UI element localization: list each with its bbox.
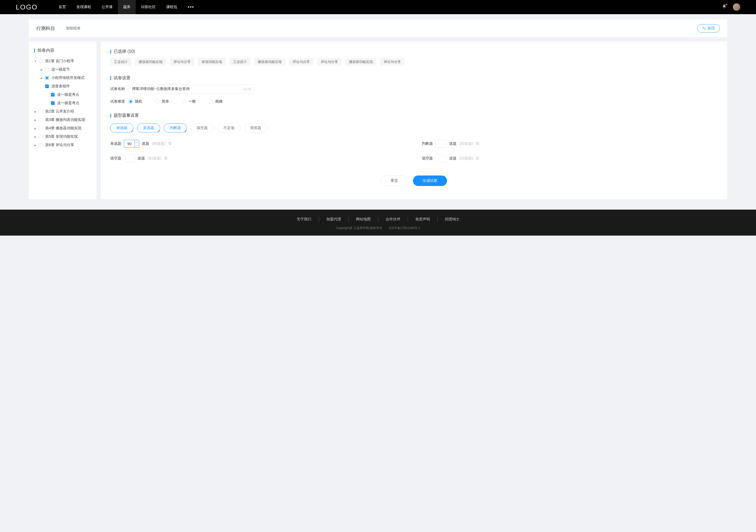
quantity-row: 判断题道题(30道题) <box>422 140 718 148</box>
section-accent <box>110 114 111 118</box>
back-button[interactable]: 返回 <box>697 24 720 33</box>
paper-name-label: 试卷名称 <box>110 87 129 91</box>
selected-tag[interactable]: 工业设计 <box>230 58 251 66</box>
types-title: 题型题量设置 <box>114 113 139 118</box>
footer-icp: 京ICP备17051340号-1 <box>389 226 420 230</box>
checkbox[interactable] <box>39 118 42 122</box>
footer-link[interactable]: 招贤纳士 <box>438 217 467 222</box>
type-pill[interactable]: 填空题 <box>191 124 214 133</box>
generate-button[interactable]: 生成试卷 <box>413 175 447 186</box>
type-pill[interactable]: 简答题 <box>244 124 267 133</box>
type-pill[interactable]: 单选题 <box>110 124 133 133</box>
qty-input[interactable] <box>436 140 446 148</box>
type-pills: 单选题多选题判断题填空题不定项简答题 <box>110 124 718 133</box>
undo-icon <box>702 27 706 30</box>
checkbox[interactable] <box>39 143 42 147</box>
tree-label: 这一级是考点 <box>57 92 79 97</box>
nav-more-icon[interactable]: ••• <box>182 5 200 10</box>
difficulty-radio-group: 随机简单一般困难 <box>129 99 223 104</box>
difficulty-radio[interactable]: 随机 <box>129 99 142 104</box>
radio-icon <box>155 99 160 104</box>
footer-link[interactable]: 免责声明 <box>408 217 438 222</box>
checkbox[interactable] <box>45 85 49 88</box>
qty-hint: (30道题) <box>459 141 473 146</box>
footer-link[interactable]: 合作伙伴 <box>378 217 408 222</box>
user-avatar[interactable] <box>733 3 740 11</box>
checkbox[interactable] <box>51 101 55 105</box>
footer-link[interactable]: 加盟代理 <box>319 217 349 222</box>
notification-bell-icon[interactable] <box>722 4 727 10</box>
radio-icon <box>209 99 213 104</box>
checkbox[interactable] <box>45 76 49 80</box>
difficulty-radio[interactable]: 一般 <box>182 99 196 104</box>
delete-icon[interactable] <box>476 156 479 161</box>
tree-node[interactable]: ▼第1章 首门小程序 <box>34 57 91 65</box>
tree-node[interactable]: ▶小程序传统开发模式 <box>34 74 91 82</box>
selected-tag[interactable]: 评论与分享 <box>289 58 313 66</box>
nav-item[interactable]: 题库 <box>118 0 136 14</box>
type-pill[interactable]: 多选题 <box>137 124 160 133</box>
checkbox[interactable] <box>45 68 49 71</box>
tree-label: 这一级是节 <box>51 67 70 72</box>
type-pill[interactable]: 不定项 <box>217 124 240 133</box>
selected-tag[interactable]: 播放器功能实现 <box>135 58 166 66</box>
section-accent <box>110 76 111 80</box>
difficulty-radio[interactable]: 困难 <box>209 99 223 104</box>
tree-node[interactable]: ▶第4章 播放器功能实现 <box>34 124 91 133</box>
tree-node[interactable]: ▶第3章 播放列表功能实现 <box>34 116 91 124</box>
checkbox[interactable] <box>39 126 42 130</box>
spinner-down-icon[interactable]: ▼ <box>135 144 139 148</box>
selected-tag[interactable]: 播放器功能实现 <box>345 58 376 66</box>
radio-label: 简单 <box>162 99 169 104</box>
delete-icon[interactable] <box>168 142 172 146</box>
quantity-row: 单选题▲▼道题(88道题) <box>110 140 406 148</box>
tree-node[interactable]: 这一级是考点 <box>34 99 91 107</box>
spinner-up-icon[interactable]: ▲ <box>135 140 139 144</box>
qty-input[interactable] <box>124 140 135 148</box>
tree-label: 第3章 播放列表功能实现 <box>45 117 85 122</box>
delete-icon[interactable] <box>164 156 168 161</box>
quantity-grid: 单选题▲▼道题(88道题)判断题道题(30道题)填空题道题(50道题)填空题道题… <box>110 140 718 163</box>
checkbox[interactable] <box>39 59 42 63</box>
difficulty-radio[interactable]: 简单 <box>155 99 169 104</box>
qty-input[interactable] <box>436 155 446 163</box>
reset-button[interactable]: 重置 <box>381 175 408 186</box>
type-pill[interactable]: 判断题 <box>164 124 187 133</box>
char-count: 16/25 <box>243 87 251 91</box>
footer-link[interactable]: 关于我们 <box>289 217 319 222</box>
paper-name-input-wrap[interactable]: 16/25 <box>129 85 255 93</box>
section-accent <box>34 49 35 53</box>
selected-tag[interactable]: 发现功能实现 <box>198 58 226 66</box>
selected-tags: 工业设计播放器功能实现评论与分享发现功能实现工业设计播放器功能实现评论与分享评论… <box>110 58 718 66</box>
checkbox[interactable] <box>51 93 55 96</box>
selected-tag[interactable]: 工业设计 <box>110 58 131 66</box>
tree-node[interactable]: 这一级是考点 <box>34 90 91 99</box>
delete-icon[interactable] <box>476 142 479 146</box>
qty-label: 填空题 <box>110 156 121 161</box>
tree-node[interactable]: ▶第5章 发现功能实现 <box>34 133 91 141</box>
paper-name-input[interactable] <box>132 87 243 91</box>
selected-tag[interactable]: 播放器功能实现 <box>254 58 285 66</box>
selected-tag[interactable]: 评论与分享 <box>170 58 194 66</box>
qty-label: 单选题 <box>110 141 121 146</box>
selected-tag[interactable]: 评论与分享 <box>317 58 341 66</box>
checkbox[interactable] <box>39 135 42 139</box>
nav-item[interactable]: 首页 <box>53 0 71 14</box>
qty-input[interactable] <box>124 155 135 163</box>
tree-node[interactable]: ▶第6章 评论与分享 <box>34 141 91 149</box>
qty-hint: (50道题) <box>459 156 473 161</box>
tree-node[interactable]: 进度条组件 <box>34 82 91 90</box>
nav-item[interactable]: 问答社区 <box>136 0 161 14</box>
nav-item[interactable]: 课程包 <box>161 0 182 14</box>
tree-node[interactable]: ▶第2章 云开发介绍 <box>34 107 91 116</box>
footer-link[interactable]: 网站地图 <box>349 217 378 222</box>
checkbox[interactable] <box>39 110 42 113</box>
tree-node[interactable]: ▶这一级是节 <box>34 65 91 74</box>
footer: 关于我们加盟代理网站地图合作伙伴免责声明招贤纳士 Copyright@ 云朵商学… <box>0 210 756 236</box>
chapter-tree: ▼第1章 首门小程序▶这一级是节▶小程序传统开发模式进度条组件这一级是考点这一级… <box>34 57 91 149</box>
nav-item[interactable]: 发现课程 <box>71 0 96 14</box>
selected-tag[interactable]: 评论与分享 <box>380 58 405 66</box>
radio-icon <box>129 99 133 104</box>
caret-right-icon: ▶ <box>34 127 37 130</box>
nav-item[interactable]: 公开课 <box>96 0 118 14</box>
